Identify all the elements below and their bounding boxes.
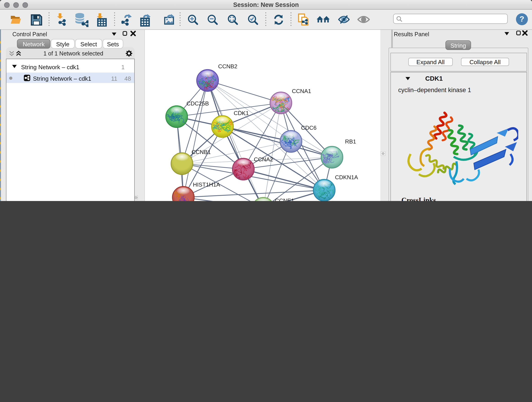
svg-text:CDC6: CDC6	[301, 124, 317, 131]
svg-text:RB1: RB1	[345, 138, 356, 144]
svg-text:CDK1: CDK1	[234, 110, 249, 116]
svg-text:CDKN1A: CDKN1A	[335, 174, 358, 180]
svg-text:CCNB1: CCNB1	[191, 149, 210, 155]
svg-text:CCNB2: CCNB2	[218, 63, 237, 69]
svg-text:HIST1H1A: HIST1H1A	[193, 181, 220, 187]
svg-text:CCNE1: CCNE1	[275, 197, 294, 201]
svg-text:CCNA2: CCNA2	[254, 156, 273, 162]
svg-text:CDC25B: CDC25B	[186, 100, 209, 106]
svg-text:CCNA1: CCNA1	[292, 88, 311, 94]
